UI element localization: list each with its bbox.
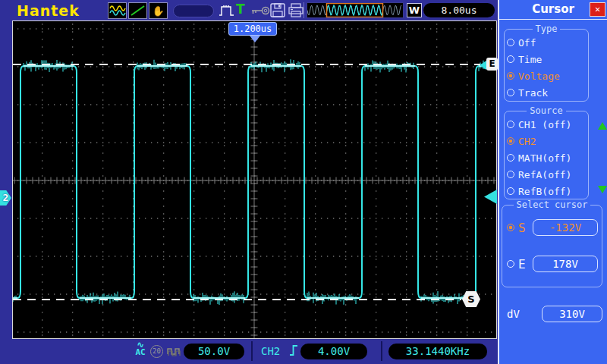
cursor-s-value[interactable]: -132V [533, 219, 598, 236]
radio-selected-icon [507, 224, 514, 231]
scroll-down-icon[interactable] [598, 186, 607, 193]
hand-button[interactable]: ✋ [149, 2, 168, 19]
waveform-display: 1.200us E S [12, 20, 497, 339]
toolbar-separator [304, 2, 304, 18]
radio-icon [507, 171, 514, 178]
channel2-position-marker[interactable]: 2 [0, 190, 11, 206]
footer-separator2 [381, 341, 382, 361]
waveform-preview[interactable] [307, 2, 404, 18]
channels-button[interactable] [108, 2, 127, 19]
radio-source-ch2[interactable]: CH2 [505, 133, 588, 149]
print-icon[interactable] [288, 3, 304, 17]
scroll-up-icon[interactable] [598, 122, 607, 130]
radio-icon [507, 89, 514, 96]
radio-type-time[interactable]: Time [505, 51, 588, 67]
radio-icon [507, 39, 514, 46]
timebase-readout: 8.00us [423, 3, 495, 17]
volts-per-div-readout: 50.0V [184, 344, 244, 359]
radio-source-refb[interactable]: RefB(off) [505, 183, 588, 199]
frequency-readout: 33.1440KHz [388, 344, 487, 359]
hand-icon: ✋ [152, 5, 164, 17]
save-icon[interactable] [270, 3, 285, 17]
cursor-s-row[interactable]: S -132V [502, 219, 602, 236]
dual-waveform-icon [109, 4, 126, 17]
source-section: Source CH1 (off) CH2 MATH(off) RefA(off)… [504, 105, 589, 199]
radio-type-off[interactable]: Off [505, 34, 588, 51]
close-icon[interactable]: ✕ [590, 2, 605, 17]
rising-edge-icon [289, 344, 298, 357]
radio-source-math[interactable]: MATH(off) [505, 149, 588, 166]
radio-type-track[interactable]: Track [505, 84, 588, 101]
radio-icon [507, 154, 514, 162]
select-cursor-legend: Select cursor [514, 199, 591, 210]
radio-icon [507, 121, 514, 128]
window-mode-button[interactable]: W [407, 3, 422, 17]
trigger-source-label: CH2 [261, 345, 280, 357]
cursor-e-row[interactable]: E 178V [502, 256, 602, 272]
coupling-indicator: ∿ AC [134, 341, 147, 356]
radio-icon [507, 55, 514, 63]
cursor-e-value[interactable]: 178V [533, 256, 598, 272]
trigger-level-readout: 4.00V [300, 344, 367, 359]
pulse-icon[interactable] [219, 4, 235, 17]
oscilloscope-screen: Hantek ✋ T [0, 0, 607, 364]
brand-logo: Hantek [17, 2, 80, 19]
radio-source-refa[interactable]: RefA(off) [505, 166, 588, 183]
footer-separator [251, 341, 253, 361]
squarewave-mode-icon [167, 347, 181, 356]
radio-selected-icon [507, 72, 514, 80]
trigger-position-tag[interactable]: 1.200us [228, 22, 277, 36]
radio-icon [507, 260, 514, 268]
oval-indicator[interactable] [173, 5, 214, 17]
radio-selected-icon [507, 137, 514, 145]
radio-icon [507, 187, 514, 195]
key-icon[interactable] [250, 6, 270, 15]
trigger-indicator: T [236, 2, 245, 17]
select-cursor-section: Select cursor S -132V E 178V [502, 199, 602, 287]
measure-button[interactable] [128, 2, 147, 19]
bandwidth-limit-badge: 20 [150, 345, 163, 358]
dv-row: dV 310V [507, 306, 602, 322]
measure-line-icon [130, 4, 146, 17]
radio-type-voltage[interactable]: Voltage [505, 67, 588, 84]
dv-value: 310V [542, 306, 602, 322]
cursor-e-handle[interactable]: E [486, 58, 498, 71]
type-legend: Type [533, 24, 561, 34]
type-section: Type Off Time Voltage Track [504, 24, 589, 102]
cursor-menu-panel: Cursor ✕ Type Off Time Voltage Track Sou… [498, 0, 607, 364]
radio-source-ch1[interactable]: CH1 (off) [505, 116, 588, 133]
source-legend: Source [527, 105, 565, 116]
scope-canvas [13, 21, 496, 338]
dv-label: dV [507, 308, 520, 320]
